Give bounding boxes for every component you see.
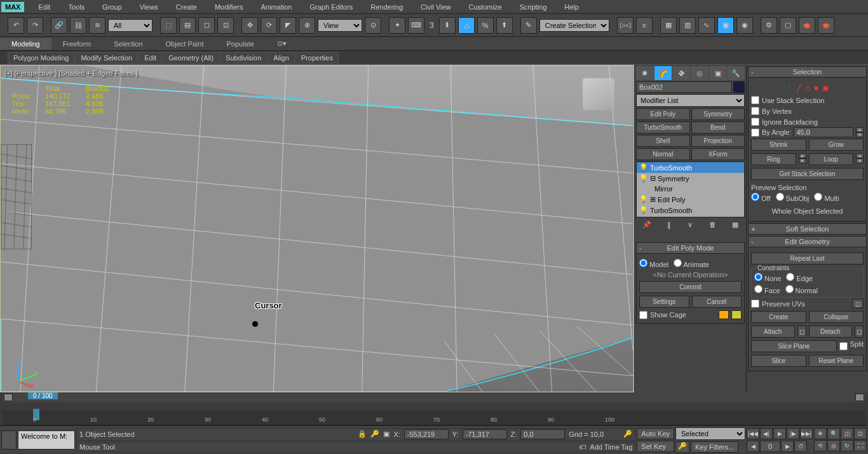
- lock-icon[interactable]: 🔒: [358, 430, 367, 438]
- ribbon-toggle-icon[interactable]: ⊙▾: [266, 38, 298, 50]
- edge-icon[interactable]: ╱: [797, 84, 801, 92]
- layers-button[interactable]: ▦: [660, 17, 677, 34]
- pin-icon[interactable]: 📌: [642, 221, 651, 229]
- render-frame-button[interactable]: ▢: [780, 17, 796, 34]
- menu-scripting[interactable]: Scripting: [511, 3, 556, 11]
- tab-display-icon[interactable]: ▣: [709, 66, 727, 80]
- slice-button[interactable]: Slice: [751, 355, 806, 367]
- rect-select-button[interactable]: ◻: [198, 17, 215, 34]
- menu-create[interactable]: Create: [167, 3, 206, 11]
- frame-field[interactable]: [760, 441, 780, 452]
- modifier-list-dropdown[interactable]: Modifier List: [636, 94, 745, 107]
- detach-button[interactable]: Detach: [809, 326, 853, 338]
- preserve-uvs-checkbox[interactable]: [751, 299, 759, 308]
- prev-key-button[interactable]: ◀: [747, 441, 759, 452]
- ring-button[interactable]: Ring: [751, 153, 796, 165]
- viewcube-icon[interactable]: [583, 78, 614, 110]
- rotate-button[interactable]: ⟳: [261, 17, 277, 34]
- subr-edit[interactable]: Edit: [139, 52, 162, 64]
- tab-utilities-icon[interactable]: 🔧: [727, 66, 745, 80]
- curve-editor-button[interactable]: ∿: [698, 17, 715, 34]
- named-selection-dropdown[interactable]: Create Selection Se: [539, 19, 609, 32]
- align-button[interactable]: ≡: [636, 17, 653, 34]
- make-unique-icon[interactable]: ∨: [688, 221, 693, 229]
- reset-plane-button[interactable]: Reset Plane: [809, 355, 864, 367]
- link-button[interactable]: 🔗: [51, 17, 67, 34]
- mod-symmetry-button[interactable]: Symmetry: [691, 108, 745, 120]
- poly-icon[interactable]: ■: [814, 84, 818, 92]
- prev-frame-button[interactable]: ◀|: [760, 428, 773, 439]
- window-cross-button[interactable]: ⊡: [217, 17, 234, 34]
- vertex-icon[interactable]: ⋮: [786, 84, 793, 92]
- goto-start-button[interactable]: |◀◀: [747, 428, 759, 439]
- cancel-button[interactable]: Cancel: [692, 296, 742, 308]
- viewport[interactable]: [+] [Perspective ] [Shaded + Edged Faces…: [0, 65, 634, 392]
- radio-model[interactable]: Model: [639, 259, 668, 268]
- setkey-button[interactable]: Set Key: [637, 441, 674, 452]
- bind-button[interactable]: ≋: [89, 17, 105, 34]
- manip-button[interactable]: ✦: [389, 17, 405, 34]
- attach-button[interactable]: Attach: [751, 326, 795, 338]
- key-icon[interactable]: 🔑: [370, 430, 379, 438]
- element-icon[interactable]: ▣: [822, 84, 829, 92]
- keymode-dropdown[interactable]: Selected: [675, 427, 745, 440]
- isolate-icon[interactable]: ▣: [383, 430, 390, 438]
- preserve-uvs-settings-button[interactable]: ◻: [852, 299, 864, 308]
- tab-selection[interactable]: Selection: [102, 38, 154, 50]
- tab-motion-icon[interactable]: ◎: [691, 66, 709, 80]
- menu-rendering[interactable]: Rendering: [362, 3, 412, 11]
- tab-modeling[interactable]: Modeling: [0, 38, 51, 50]
- mod-projection-button[interactable]: Projection: [691, 135, 745, 147]
- y-field[interactable]: -71,317: [463, 429, 507, 439]
- radio-subobj[interactable]: SubObj: [776, 193, 810, 202]
- spinner-snap-button[interactable]: ⬆: [496, 17, 513, 34]
- angle-down-icon[interactable]: ▼: [856, 132, 864, 137]
- mirror-button[interactable]: ▷◁: [617, 17, 634, 34]
- tab-objectpaint[interactable]: Object Paint: [154, 38, 215, 50]
- layer-mgr-button[interactable]: ▥: [679, 17, 696, 34]
- nav-zoomall-button[interactable]: ⊡: [854, 428, 867, 439]
- configure-icon[interactable]: ▦: [732, 221, 738, 229]
- goto-end-button[interactable]: ▶▶|: [800, 428, 813, 439]
- rollout-editgeom[interactable]: -Edit Geometry: [748, 236, 867, 247]
- keyfilters-button[interactable]: Key Filters...: [691, 441, 738, 453]
- object-color-swatch[interactable]: [733, 81, 745, 93]
- schematic-button[interactable]: ▣: [717, 17, 734, 34]
- select-name-button[interactable]: ▤: [179, 17, 196, 34]
- radio-edge[interactable]: Edge: [786, 273, 813, 282]
- render2-button[interactable]: 🫖: [818, 17, 834, 34]
- by-vertex-checkbox[interactable]: [751, 107, 759, 115]
- scale-button[interactable]: ◤: [280, 17, 296, 34]
- show-cage-checkbox[interactable]: [639, 311, 648, 319]
- radio-animate[interactable]: Animate: [674, 259, 709, 268]
- mod-shell-button[interactable]: Shell: [636, 135, 690, 147]
- angle-snap-button[interactable]: △: [458, 17, 475, 34]
- stack-item[interactable]: 💡TurboSmooth: [637, 162, 744, 173]
- attach-settings-button[interactable]: ◻: [797, 326, 806, 338]
- menu-animation[interactable]: Animation: [252, 3, 301, 11]
- tab-populate[interactable]: Populate: [215, 38, 265, 50]
- get-stack-button[interactable]: Get Stack Selection: [751, 168, 864, 180]
- scroll-right-icon[interactable]: [855, 394, 864, 401]
- render-button[interactable]: 🫖: [799, 17, 815, 34]
- material-button[interactable]: ◉: [736, 17, 753, 34]
- collapse-button[interactable]: Collapse: [809, 311, 864, 323]
- scroll-thumb[interactable]: [4, 394, 13, 401]
- pivot-button[interactable]: ⊙: [365, 17, 381, 34]
- rollout-editpolymode[interactable]: -Edit Poly Mode: [636, 242, 745, 254]
- grow-button[interactable]: Grow: [809, 139, 864, 151]
- named-sel-button[interactable]: ✎: [520, 17, 537, 34]
- listener-box[interactable]: Welcome to M:: [18, 430, 75, 450]
- subr-polymodeling[interactable]: Polygon Modeling: [8, 52, 74, 64]
- menu-grapheditors[interactable]: Graph Editors: [301, 3, 362, 11]
- subr-geometry[interactable]: Geometry (All): [163, 52, 219, 64]
- stack-item[interactable]: Mirror: [637, 184, 744, 194]
- subr-properties[interactable]: Properties: [295, 52, 339, 64]
- x-field[interactable]: -553,219: [404, 429, 449, 439]
- remove-mod-icon[interactable]: 🗑: [709, 221, 716, 229]
- key-lock-icon[interactable]: 🔑: [623, 430, 632, 438]
- tab-hierarchy-icon[interactable]: ⛖: [672, 66, 690, 80]
- play-button[interactable]: ▶: [773, 428, 786, 439]
- radio-off[interactable]: Off: [751, 193, 771, 202]
- menu-modifiers[interactable]: Modifiers: [206, 3, 252, 11]
